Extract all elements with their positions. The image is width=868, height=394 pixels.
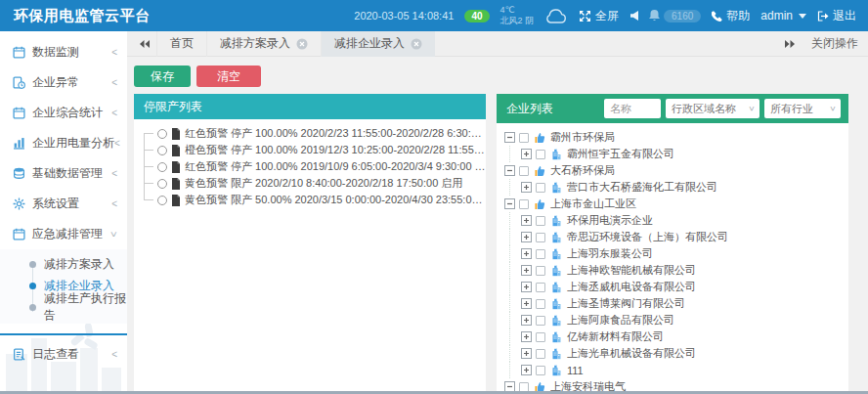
sidebar-item[interactable]: 企业异常<	[0, 67, 127, 98]
expand-icon[interactable]	[521, 315, 532, 326]
expand-icon[interactable]	[521, 265, 532, 276]
expand-icon[interactable]	[521, 365, 532, 375]
production-limit-row[interactable]: 黄色预警 限产 50.00% 2020/3/15 0:00:00-2020/4/…	[134, 192, 486, 208]
company-tree-row[interactable]: 上海阿康食品有限公司	[497, 312, 848, 328]
save-button[interactable]: 保存	[134, 66, 191, 87]
production-limit-row[interactable]: 红色预警 停产 100.00% 2019/10/9 6:05:00-2020/3…	[134, 158, 486, 175]
company-tree-row[interactable]: 上海羽东服装公司	[497, 245, 848, 262]
company-tree-row[interactable]: 环保用电演示企业	[497, 212, 848, 229]
name-search-input[interactable]	[604, 99, 661, 118]
notification-bell[interactable]: 6160	[649, 10, 701, 22]
radio-button[interactable]	[157, 162, 167, 172]
bureau-tree-row[interactable]: 上海市金山工业区	[497, 196, 848, 212]
sidebar-item[interactable]: 数据监测<	[0, 37, 127, 67]
tab[interactable]: 减排方案录入	[206, 31, 321, 57]
tab-close-icon[interactable]	[411, 38, 422, 50]
sidebar-item[interactable]: 企业综合统计<	[0, 98, 127, 128]
help-button[interactable]: 帮助	[712, 8, 750, 24]
radio-button[interactable]	[157, 179, 167, 189]
node-label: 111	[567, 365, 584, 376]
expand-icon[interactable]	[521, 149, 532, 159]
sidebar-item[interactable]: 基础数据管理<	[0, 158, 127, 189]
close-operations-menu[interactable]: 关闭操作	[811, 35, 858, 52]
user-menu[interactable]: admin	[760, 9, 806, 22]
production-limit-row[interactable]: 黄色预警 限产 2020/2/10 8:40:00-2020/2/18 17:5…	[134, 175, 486, 192]
expand-icon[interactable]	[521, 298, 532, 309]
expand-icon[interactable]	[521, 248, 532, 259]
company-tree-row[interactable]: 帝思迈环境设备（上海）有限公司	[497, 229, 848, 245]
company-tree-row[interactable]: 营口市大石桥盛海化工有限公司	[497, 179, 848, 196]
collapse-icon[interactable]	[504, 165, 515, 176]
expand-icon[interactable]	[521, 282, 532, 292]
row-label: 黄色预警 限产 50.00% 2020/3/15 0:00:00-2020/4/…	[185, 193, 486, 207]
checkbox[interactable]	[536, 349, 545, 359]
sidebar-subitem[interactable]: 减排方案录入	[0, 253, 127, 275]
expand-icon[interactable]	[521, 182, 532, 193]
chevron-left-icon: <	[114, 138, 120, 149]
node-label: 上海光阜机械设备有限公司	[567, 346, 696, 361]
radio-button[interactable]	[157, 129, 167, 139]
checkbox[interactable]	[519, 166, 529, 176]
checkbox[interactable]	[519, 133, 529, 143]
tree-connector	[144, 125, 155, 142]
checkbox[interactable]	[519, 199, 529, 209]
bureau-icon	[534, 132, 545, 144]
sidebar-subitem[interactable]: 减排生产执行报告	[0, 296, 127, 318]
checkbox[interactable]	[536, 332, 545, 342]
double-chevron-right-icon	[784, 39, 796, 49]
collapse-icon[interactable]	[504, 132, 515, 143]
tree-connector	[144, 142, 155, 158]
checkbox[interactable]	[536, 366, 545, 375]
industry-select[interactable]: 所有行业 <	[764, 99, 841, 118]
production-limit-row[interactable]: 红色预警 停产 100.00% 2020/2/23 11:55:00-2020/…	[134, 125, 486, 142]
node-label: 霸州市环保局	[550, 130, 615, 145]
tab[interactable]: 减排企业录入	[321, 31, 435, 57]
checkbox[interactable]	[536, 283, 545, 292]
collapse-icon[interactable]	[504, 198, 515, 209]
sidebar-subitem-label: 减排方案录入	[44, 256, 114, 273]
expand-icon[interactable]	[521, 215, 532, 226]
log-icon	[13, 348, 25, 361]
tab-close-icon[interactable]	[296, 38, 308, 50]
scroll-tabs-right-button[interactable]	[778, 39, 802, 49]
company-tree-row[interactable]: 霸州恒宇五金有限公司	[497, 146, 848, 162]
expand-icon[interactable]	[521, 232, 532, 242]
company-tree-row[interactable]: 上海光阜机械设备有限公司	[497, 345, 848, 362]
company-icon	[550, 265, 562, 277]
company-tree-row[interactable]: 上海神欧智能机械有限公司	[497, 262, 848, 279]
production-limit-row[interactable]: 橙色预警 停产 100.00% 2019/12/3 10:25:00-2020/…	[134, 142, 486, 158]
expand-icon[interactable]	[521, 348, 532, 359]
company-tree-row[interactable]: 亿铸新材料有限公司	[497, 328, 848, 345]
checkbox[interactable]	[519, 382, 529, 392]
bureau-tree-row[interactable]: 霸州市环保局	[497, 129, 848, 146]
company-tree-row[interactable]: 111	[497, 362, 848, 378]
fullscreen-button[interactable]: 全屏	[579, 8, 619, 24]
checkbox[interactable]	[536, 249, 545, 259]
scroll-tabs-left-button[interactable]	[133, 39, 156, 49]
bureau-tree-row[interactable]: 大石桥环保局	[497, 162, 848, 179]
company-tree-row[interactable]: 上海丞威机电设备有限公司	[497, 279, 848, 295]
mute-speaker-icon[interactable]	[629, 11, 638, 21]
clear-button[interactable]: 清空	[196, 66, 261, 87]
company-tree-row[interactable]: 上海圣博莱阀门有限公司	[497, 295, 848, 312]
logout-button[interactable]: 退出	[817, 8, 856, 24]
sidebar-item[interactable]: 企业用电量分析<	[0, 128, 127, 158]
checkbox[interactable]	[536, 216, 545, 226]
node-label: 上海丞威机电设备有限公司	[567, 280, 696, 294]
checkbox[interactable]	[536, 150, 545, 159]
expand-icon[interactable]	[521, 331, 532, 342]
checkbox[interactable]	[536, 299, 545, 309]
tab[interactable]: 首页	[156, 31, 206, 57]
company-icon	[550, 348, 562, 360]
sidebar-item-log-view[interactable]: 日志查看 <	[0, 339, 127, 370]
sidebar-item[interactable]: 系统设置<	[0, 189, 127, 219]
region-select[interactable]: 行政区域名称 <	[666, 99, 760, 118]
checkbox[interactable]	[536, 233, 545, 242]
radio-button[interactable]	[157, 196, 167, 205]
checkbox[interactable]	[536, 183, 545, 193]
checkbox[interactable]	[536, 266, 545, 276]
sidebar-item[interactable]: 应急减排管理<	[0, 219, 127, 249]
database-icon	[13, 167, 25, 180]
checkbox[interactable]	[536, 316, 545, 326]
radio-button[interactable]	[157, 146, 167, 155]
